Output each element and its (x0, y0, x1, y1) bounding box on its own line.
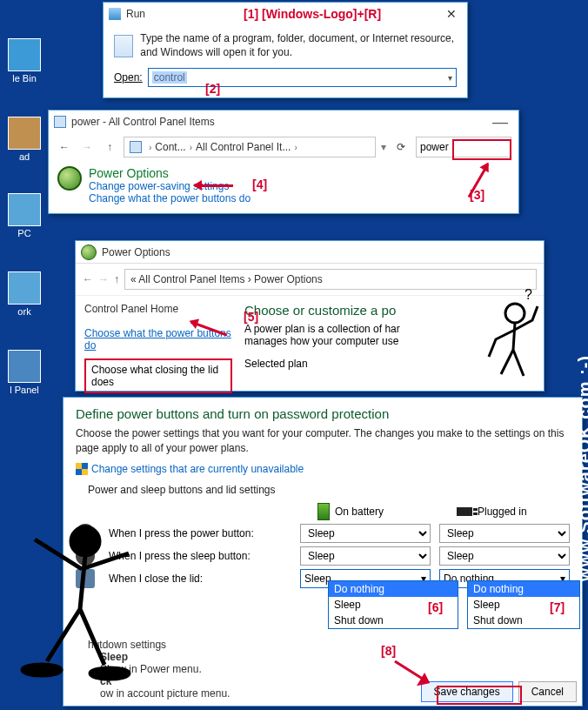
shutdown-show-power: Show in Power menu. (100, 663, 570, 675)
sleep-plugged-select[interactable]: Sleep (439, 546, 570, 566)
addr-seg: Cont... (155, 141, 185, 153)
annotation-8: [8] (381, 644, 396, 658)
annotation-7: [7] (550, 600, 565, 614)
stick-figure-dancing-icon (0, 505, 139, 699)
addr-dropdown-icon[interactable]: ▾ (381, 141, 386, 153)
desktop-icon-network[interactable]: ork (3, 271, 45, 317)
annotation-4: [4] (252, 178, 267, 191)
link-power-buttons[interactable]: Choose what the power buttons do (84, 327, 231, 352)
arrow-8 (393, 658, 428, 693)
nav-back-icon[interactable]: ← (56, 141, 73, 153)
run-folder-icon (114, 35, 133, 57)
run-hint: Type the name of a program, folder, docu… (140, 32, 457, 59)
desktop-icon-user[interactable]: ad (3, 117, 45, 162)
user-icon (8, 117, 41, 150)
addr-icon (130, 141, 142, 153)
cp-titlebar: power - All Control Panel Items — (49, 111, 518, 133)
run-title: Run (126, 8, 145, 20)
highlight-box-3 (452, 139, 511, 160)
arrow-4 (195, 184, 233, 187)
po-title: Power Options (102, 246, 170, 258)
watermark: www.SoftwareOK.com :-) (575, 355, 589, 581)
desktop-icon-cpanel[interactable]: l Panel (3, 350, 45, 395)
col-battery-header: On battery (300, 503, 431, 520)
battery-icon (317, 503, 330, 520)
power-battery-select[interactable]: Sleep (300, 524, 431, 543)
cpanel-icon (8, 350, 41, 383)
nav-fwd-icon[interactable]: → (98, 273, 109, 285)
sys-heading: Define power buttons and turn on passwor… (76, 406, 570, 421)
power-plugged-select[interactable]: Sleep (439, 524, 570, 543)
cp-title: power - All Control Panel Items (71, 116, 215, 128)
power-options-icon (81, 244, 97, 260)
shutdown-section-label: hutdown settings (88, 639, 570, 651)
desktop-icon-recycle[interactable]: le Bin (3, 38, 45, 84)
annotation-6: [6] (428, 600, 443, 614)
annotation-1: [1] [Windows-Logo]+[R] (244, 7, 381, 21)
plug-icon (457, 507, 472, 516)
svg-point-4 (71, 527, 99, 555)
sys-desc: Choose the power settings that you want … (76, 426, 570, 456)
desktop-icon-label: ork (3, 306, 45, 317)
sleep-battery-select[interactable]: Sleep (300, 546, 431, 566)
network-icon (8, 271, 41, 305)
cancel-button[interactable]: Cancel (518, 681, 577, 702)
result-change-buttons[interactable]: Change what the power buttons do (89, 192, 251, 204)
breadcrumb-text: « All Control Panel Items › Power Option… (130, 273, 323, 285)
annotation-2: [2] (205, 82, 220, 96)
cp-app-icon (54, 116, 66, 128)
section-title: Power and sleep buttons and lid settings (76, 484, 570, 496)
desktop-icon-label: l Panel (3, 385, 45, 395)
run-open-combo[interactable]: control ▾ (148, 68, 457, 87)
close-icon[interactable]: ✕ (441, 7, 462, 21)
system-settings-window: Define power buttons and turn on passwor… (63, 397, 583, 707)
highlight-box-save (437, 686, 522, 705)
minimize-icon[interactable]: — (487, 113, 513, 131)
link-close-lid-label: Choose what closing the lid does (91, 364, 218, 388)
svg-point-0 (505, 304, 525, 323)
nav-fwd-icon[interactable]: → (78, 141, 96, 153)
desktop-icon-pc[interactable]: PC (3, 193, 45, 238)
desktop-icon-label: PC (3, 228, 45, 238)
change-settings-link[interactable]: Change settings that are currently unava… (76, 463, 570, 475)
shield-icon (76, 463, 88, 475)
run-open-label: Open: (114, 71, 143, 84)
search-value: power (420, 141, 449, 153)
result-power-options[interactable]: Power Options (89, 166, 251, 180)
pc-icon (8, 193, 41, 226)
option-do-nothing[interactable]: Do nothing (468, 581, 579, 597)
stick-figure-thinking-icon: ? (470, 287, 548, 385)
po-titlebar: Power Options (76, 241, 544, 264)
nav-back-icon[interactable]: ← (83, 273, 93, 285)
address-bar[interactable]: › Cont... › All Control Panel It... › (124, 137, 376, 157)
svg-point-5 (23, 665, 61, 675)
nav-up-icon[interactable]: ↑ (114, 273, 119, 285)
run-app-icon (109, 8, 121, 20)
annotation-5: [5] (244, 310, 258, 324)
chevron-down-icon: ▾ (448, 73, 452, 83)
desktop-icon-label: ad (3, 151, 45, 162)
run-open-value: control (152, 71, 187, 84)
control-panel-search-window: power - All Control Panel Items — ← → ↑ … (48, 110, 519, 214)
change-settings-label: Change settings that are currently unava… (91, 463, 304, 475)
svg-text:?: ? (525, 287, 532, 302)
desktop-icon-label: le Bin (3, 73, 45, 84)
option-shutdown[interactable]: Shut down (329, 613, 458, 628)
shutdown-sleep-label: Sleep (100, 651, 570, 663)
addr-seg: All Control Panel It... (196, 141, 291, 153)
option-shutdown[interactable]: Shut down (468, 613, 579, 628)
col-plugged-header: Plugged in (439, 506, 570, 518)
link-close-lid[interactable]: Choose what closing the lid does (84, 358, 232, 393)
cp-home-link[interactable]: Control Panel Home (84, 303, 232, 315)
refresh-icon[interactable]: ⟳ (391, 141, 411, 153)
nav-up-icon[interactable]: ↑ (101, 141, 118, 153)
option-do-nothing[interactable]: Do nothing (329, 581, 458, 597)
annotation-3: [3] (470, 188, 484, 202)
svg-point-6 (90, 668, 129, 679)
bin-icon (8, 38, 41, 71)
power-options-icon (57, 166, 82, 191)
